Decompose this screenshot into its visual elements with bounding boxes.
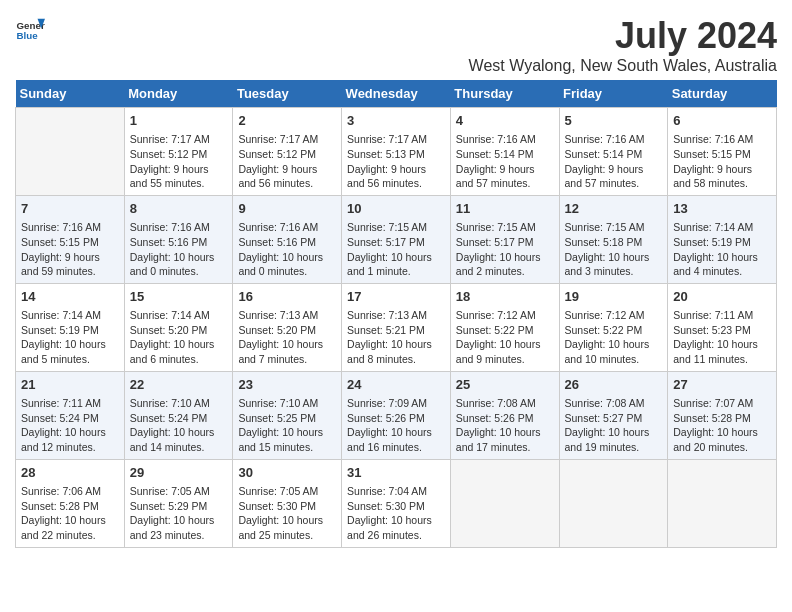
- calendar-cell: [668, 459, 777, 547]
- calendar-cell: 8Sunrise: 7:16 AMSunset: 5:16 PMDaylight…: [124, 195, 233, 283]
- day-header-thursday: Thursday: [450, 80, 559, 108]
- day-info: Sunrise: 7:17 AMSunset: 5:12 PMDaylight:…: [238, 132, 336, 191]
- calendar-cell: 17Sunrise: 7:13 AMSunset: 5:21 PMDayligh…: [342, 283, 451, 371]
- day-info: Sunrise: 7:16 AMSunset: 5:14 PMDaylight:…: [456, 132, 554, 191]
- month-title: July 2024: [469, 15, 777, 57]
- day-number: 10: [347, 200, 445, 218]
- day-number: 25: [456, 376, 554, 394]
- calendar-cell: [559, 459, 668, 547]
- calendar-cell: 21Sunrise: 7:11 AMSunset: 5:24 PMDayligh…: [16, 371, 125, 459]
- day-number: 3: [347, 112, 445, 130]
- day-header-friday: Friday: [559, 80, 668, 108]
- day-info: Sunrise: 7:12 AMSunset: 5:22 PMDaylight:…: [565, 308, 663, 367]
- title-area: July 2024 West Wyalong, New South Wales,…: [469, 15, 777, 75]
- day-info: Sunrise: 7:14 AMSunset: 5:19 PMDaylight:…: [673, 220, 771, 279]
- calendar-cell: [16, 108, 125, 196]
- day-info: Sunrise: 7:17 AMSunset: 5:12 PMDaylight:…: [130, 132, 228, 191]
- day-header-wednesday: Wednesday: [342, 80, 451, 108]
- day-info: Sunrise: 7:16 AMSunset: 5:15 PMDaylight:…: [673, 132, 771, 191]
- day-info: Sunrise: 7:16 AMSunset: 5:16 PMDaylight:…: [130, 220, 228, 279]
- week-row-5: 28Sunrise: 7:06 AMSunset: 5:28 PMDayligh…: [16, 459, 777, 547]
- day-info: Sunrise: 7:05 AMSunset: 5:29 PMDaylight:…: [130, 484, 228, 543]
- day-number: 12: [565, 200, 663, 218]
- day-info: Sunrise: 7:14 AMSunset: 5:19 PMDaylight:…: [21, 308, 119, 367]
- day-number: 16: [238, 288, 336, 306]
- svg-text:Blue: Blue: [17, 30, 39, 41]
- calendar-cell: 24Sunrise: 7:09 AMSunset: 5:26 PMDayligh…: [342, 371, 451, 459]
- day-info: Sunrise: 7:07 AMSunset: 5:28 PMDaylight:…: [673, 396, 771, 455]
- day-number: 29: [130, 464, 228, 482]
- calendar-cell: 22Sunrise: 7:10 AMSunset: 5:24 PMDayligh…: [124, 371, 233, 459]
- day-header-sunday: Sunday: [16, 80, 125, 108]
- day-number: 19: [565, 288, 663, 306]
- day-number: 31: [347, 464, 445, 482]
- day-number: 6: [673, 112, 771, 130]
- day-info: Sunrise: 7:13 AMSunset: 5:20 PMDaylight:…: [238, 308, 336, 367]
- day-number: 17: [347, 288, 445, 306]
- calendar-cell: 29Sunrise: 7:05 AMSunset: 5:29 PMDayligh…: [124, 459, 233, 547]
- calendar-cell: 15Sunrise: 7:14 AMSunset: 5:20 PMDayligh…: [124, 283, 233, 371]
- week-row-4: 21Sunrise: 7:11 AMSunset: 5:24 PMDayligh…: [16, 371, 777, 459]
- calendar-cell: 13Sunrise: 7:14 AMSunset: 5:19 PMDayligh…: [668, 195, 777, 283]
- day-header-monday: Monday: [124, 80, 233, 108]
- day-number: 13: [673, 200, 771, 218]
- day-info: Sunrise: 7:15 AMSunset: 5:17 PMDaylight:…: [347, 220, 445, 279]
- calendar-cell: 12Sunrise: 7:15 AMSunset: 5:18 PMDayligh…: [559, 195, 668, 283]
- day-info: Sunrise: 7:16 AMSunset: 5:14 PMDaylight:…: [565, 132, 663, 191]
- day-number: 21: [21, 376, 119, 394]
- day-number: 1: [130, 112, 228, 130]
- day-number: 7: [21, 200, 119, 218]
- day-info: Sunrise: 7:06 AMSunset: 5:28 PMDaylight:…: [21, 484, 119, 543]
- calendar-cell: 19Sunrise: 7:12 AMSunset: 5:22 PMDayligh…: [559, 283, 668, 371]
- day-info: Sunrise: 7:16 AMSunset: 5:16 PMDaylight:…: [238, 220, 336, 279]
- day-number: 28: [21, 464, 119, 482]
- week-row-1: 1Sunrise: 7:17 AMSunset: 5:12 PMDaylight…: [16, 108, 777, 196]
- day-number: 8: [130, 200, 228, 218]
- calendar-cell: 18Sunrise: 7:12 AMSunset: 5:22 PMDayligh…: [450, 283, 559, 371]
- day-info: Sunrise: 7:17 AMSunset: 5:13 PMDaylight:…: [347, 132, 445, 191]
- calendar-cell: 20Sunrise: 7:11 AMSunset: 5:23 PMDayligh…: [668, 283, 777, 371]
- calendar-cell: 31Sunrise: 7:04 AMSunset: 5:30 PMDayligh…: [342, 459, 451, 547]
- week-row-2: 7Sunrise: 7:16 AMSunset: 5:15 PMDaylight…: [16, 195, 777, 283]
- calendar-cell: 4Sunrise: 7:16 AMSunset: 5:14 PMDaylight…: [450, 108, 559, 196]
- calendar-cell: 28Sunrise: 7:06 AMSunset: 5:28 PMDayligh…: [16, 459, 125, 547]
- day-number: 27: [673, 376, 771, 394]
- day-number: 11: [456, 200, 554, 218]
- calendar-cell: 9Sunrise: 7:16 AMSunset: 5:16 PMDaylight…: [233, 195, 342, 283]
- calendar-cell: 16Sunrise: 7:13 AMSunset: 5:20 PMDayligh…: [233, 283, 342, 371]
- calendar-cell: 5Sunrise: 7:16 AMSunset: 5:14 PMDaylight…: [559, 108, 668, 196]
- calendar-cell: 10Sunrise: 7:15 AMSunset: 5:17 PMDayligh…: [342, 195, 451, 283]
- day-info: Sunrise: 7:15 AMSunset: 5:18 PMDaylight:…: [565, 220, 663, 279]
- calendar-cell: 26Sunrise: 7:08 AMSunset: 5:27 PMDayligh…: [559, 371, 668, 459]
- calendar-cell: 3Sunrise: 7:17 AMSunset: 5:13 PMDaylight…: [342, 108, 451, 196]
- day-number: 18: [456, 288, 554, 306]
- day-info: Sunrise: 7:09 AMSunset: 5:26 PMDaylight:…: [347, 396, 445, 455]
- day-number: 20: [673, 288, 771, 306]
- day-number: 14: [21, 288, 119, 306]
- day-info: Sunrise: 7:13 AMSunset: 5:21 PMDaylight:…: [347, 308, 445, 367]
- day-number: 9: [238, 200, 336, 218]
- day-info: Sunrise: 7:04 AMSunset: 5:30 PMDaylight:…: [347, 484, 445, 543]
- day-info: Sunrise: 7:16 AMSunset: 5:15 PMDaylight:…: [21, 220, 119, 279]
- calendar-cell: 25Sunrise: 7:08 AMSunset: 5:26 PMDayligh…: [450, 371, 559, 459]
- day-number: 23: [238, 376, 336, 394]
- day-number: 30: [238, 464, 336, 482]
- calendar-cell: 30Sunrise: 7:05 AMSunset: 5:30 PMDayligh…: [233, 459, 342, 547]
- day-number: 15: [130, 288, 228, 306]
- day-info: Sunrise: 7:14 AMSunset: 5:20 PMDaylight:…: [130, 308, 228, 367]
- header: General Blue July 2024 West Wyalong, New…: [15, 15, 777, 75]
- day-number: 4: [456, 112, 554, 130]
- calendar-cell: 6Sunrise: 7:16 AMSunset: 5:15 PMDaylight…: [668, 108, 777, 196]
- day-info: Sunrise: 7:10 AMSunset: 5:24 PMDaylight:…: [130, 396, 228, 455]
- calendar-cell: 14Sunrise: 7:14 AMSunset: 5:19 PMDayligh…: [16, 283, 125, 371]
- week-row-3: 14Sunrise: 7:14 AMSunset: 5:19 PMDayligh…: [16, 283, 777, 371]
- logo: General Blue: [15, 15, 45, 45]
- logo-icon: General Blue: [15, 15, 45, 45]
- calendar-cell: 11Sunrise: 7:15 AMSunset: 5:17 PMDayligh…: [450, 195, 559, 283]
- day-header-tuesday: Tuesday: [233, 80, 342, 108]
- day-number: 24: [347, 376, 445, 394]
- day-number: 26: [565, 376, 663, 394]
- day-info: Sunrise: 7:12 AMSunset: 5:22 PMDaylight:…: [456, 308, 554, 367]
- calendar-cell: 2Sunrise: 7:17 AMSunset: 5:12 PMDaylight…: [233, 108, 342, 196]
- day-number: 22: [130, 376, 228, 394]
